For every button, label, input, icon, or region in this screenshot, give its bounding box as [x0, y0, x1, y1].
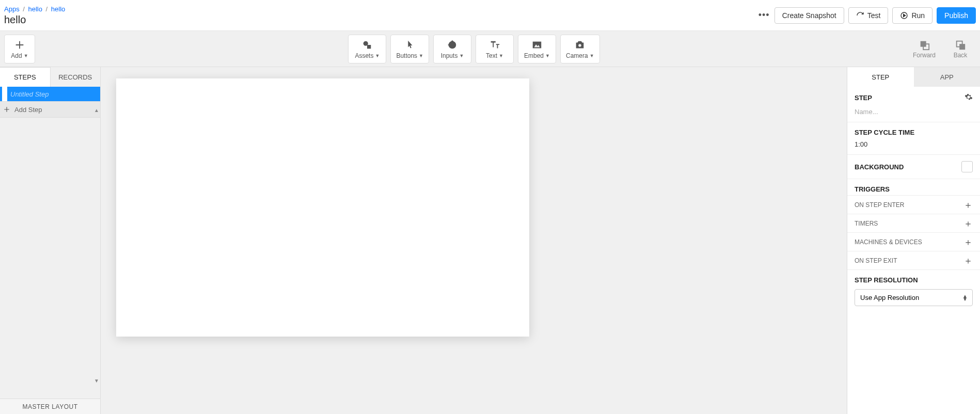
left-panel: STEPS RECORDS Untitled Step Add Step ▲ ▼…	[0, 67, 101, 414]
svg-marker-1	[904, 14, 906, 17]
step-list: Untitled Step Add Step ▲ ▼	[0, 87, 100, 399]
step-name-input[interactable]	[855, 108, 973, 116]
background-section: BACKGROUND	[847, 155, 980, 179]
add-tool-button[interactable]: Add▼	[4, 35, 35, 63]
trigger-on-step-exit: ON STEP EXIT ＋	[847, 251, 980, 270]
embed-tool-button[interactable]: Embed▼	[518, 35, 556, 63]
scroll-up-icon[interactable]: ▲	[94, 107, 99, 113]
header-right: ••• Create Snapshot Test Run Publish	[758, 7, 976, 24]
add-trigger-enter[interactable]: ＋	[963, 199, 973, 211]
breadcrumb-group[interactable]: hello	[28, 5, 42, 13]
back-button[interactable]: Back	[945, 35, 976, 63]
refresh-icon	[856, 11, 864, 20]
background-title: BACKGROUND	[855, 163, 904, 171]
canvas[interactable]	[116, 78, 529, 337]
main: STEPS RECORDS Untitled Step Add Step ▲ ▼…	[0, 67, 980, 414]
create-snapshot-button[interactable]: Create Snapshot	[774, 7, 844, 24]
test-button[interactable]: Test	[848, 7, 889, 24]
canvas-area	[101, 67, 847, 414]
bring-forward-icon	[919, 39, 930, 51]
right-tabs: STEP APP	[847, 67, 980, 87]
assets-tool-button[interactable]: Assets▼	[348, 35, 386, 63]
drag-handle[interactable]	[2, 87, 7, 101]
header-left: Apps / hello / hello hello	[4, 5, 758, 26]
camera-icon	[574, 39, 586, 51]
inputs-tool-button[interactable]: Inputs▼	[433, 35, 471, 63]
resolution-select[interactable]: Use App Resolution	[855, 289, 973, 306]
buttons-tool-button[interactable]: Buttons▼	[390, 35, 429, 63]
background-color-swatch[interactable]	[961, 161, 973, 172]
camera-tool-button[interactable]: Camera▼	[560, 35, 600, 63]
text-icon	[489, 39, 500, 51]
plus-icon	[3, 106, 10, 113]
right-panel: STEP APP STEP STEP CYCLE TIME 1:00 BACKG…	[847, 67, 980, 414]
more-menu-icon[interactable]: •••	[758, 10, 770, 21]
svg-point-7	[579, 44, 582, 47]
caret-down-icon: ▼	[24, 53, 28, 58]
tab-steps[interactable]: STEPS	[0, 67, 51, 87]
page-title: hello	[4, 14, 758, 26]
add-step-button[interactable]: Add Step	[0, 101, 100, 118]
breadcrumb-app[interactable]: hello	[51, 5, 65, 13]
forward-button[interactable]: Forward	[908, 35, 941, 63]
gear-icon[interactable]	[965, 93, 973, 103]
add-trigger-timer[interactable]: ＋	[963, 217, 973, 230]
step-label: Untitled Step	[10, 90, 49, 98]
trigger-on-step-enter: ON STEP ENTER ＋	[847, 196, 980, 214]
cycle-time-section: STEP CYCLE TIME 1:00	[847, 122, 980, 155]
svg-point-4	[449, 41, 456, 48]
left-tabs: STEPS RECORDS	[0, 67, 100, 87]
run-button[interactable]: Run	[892, 7, 932, 24]
tab-records[interactable]: RECORDS	[51, 67, 101, 87]
master-layout-button[interactable]: MASTER LAYOUT	[0, 399, 100, 414]
trigger-timers: TIMERS ＋	[847, 214, 980, 233]
assets-icon	[361, 39, 373, 51]
image-icon	[531, 39, 543, 51]
add-trigger-machine[interactable]: ＋	[963, 236, 973, 248]
step-section: STEP	[847, 87, 980, 122]
cycle-time-title: STEP CYCLE TIME	[855, 129, 973, 136]
breadcrumb: Apps / hello / hello	[4, 5, 758, 13]
pointer-icon	[404, 39, 416, 51]
scroll-down-icon[interactable]: ▼	[94, 378, 99, 383]
inputs-icon	[447, 39, 458, 51]
tab-app[interactable]: APP	[914, 67, 981, 87]
resolution-section: STEP RESOLUTION Use App Resolution ▲▼	[847, 270, 980, 312]
toolbar: Add▼ Assets▼ Buttons▼ Inputs▼ Text▼ Embe…	[0, 31, 980, 67]
svg-rect-3	[367, 45, 371, 49]
trigger-machines-devices: MACHINES & DEVICES ＋	[847, 233, 980, 251]
breadcrumb-sep: /	[46, 5, 48, 13]
publish-button[interactable]: Publish	[937, 7, 976, 24]
breadcrumb-sep: /	[23, 5, 25, 13]
step-item[interactable]: Untitled Step	[0, 87, 100, 101]
play-icon	[900, 11, 908, 20]
tab-step[interactable]: STEP	[847, 67, 914, 87]
triggers-section: TRIGGERS	[847, 179, 980, 196]
header: Apps / hello / hello hello ••• Create Sn…	[0, 0, 980, 31]
plus-icon	[14, 39, 25, 51]
send-back-icon	[955, 39, 966, 51]
breadcrumb-apps[interactable]: Apps	[4, 5, 20, 13]
text-tool-button[interactable]: Text▼	[476, 35, 514, 63]
triggers-title: TRIGGERS	[855, 185, 973, 193]
cycle-time-value[interactable]: 1:00	[855, 140, 973, 148]
add-trigger-exit[interactable]: ＋	[963, 254, 973, 267]
step-section-title: STEP	[855, 94, 872, 102]
resolution-title: STEP RESOLUTION	[855, 276, 973, 284]
